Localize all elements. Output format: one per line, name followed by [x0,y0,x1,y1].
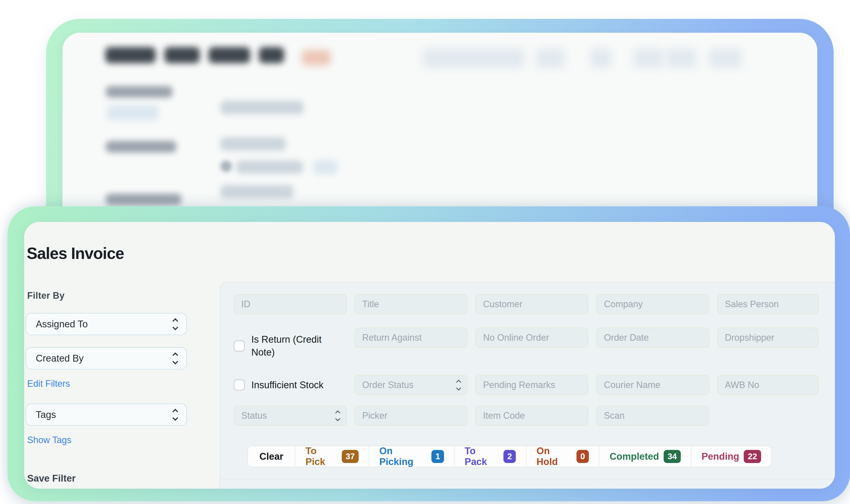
filter-row: Insufficient Stock Order Status [234,375,835,395]
to-pack-button[interactable]: To Pack 2 [454,446,526,467]
blurred-toolbar-button [666,48,696,68]
picker-input[interactable] [354,406,467,426]
blurred-toolbar-group [422,48,525,68]
blurred-toolbar-button [536,48,565,68]
chevron-up-down-icon [173,353,177,364]
sales-invoice-card: Sales Invoice Filter By Assigned To Crea… [24,222,835,489]
blurred-title-text [105,47,156,63]
scan-input[interactable] [596,406,709,426]
courier-name-input[interactable] [596,375,709,395]
chevron-up-down-icon [173,319,177,329]
pending-label: Pending [701,451,739,462]
completed-button[interactable]: Completed 34 [599,446,691,467]
show-tags-link[interactable]: Show Tags [27,435,71,445]
filters-panel: Is Return (Credit Note) Insufficient Sto… [220,282,835,489]
pending-remarks-input[interactable] [475,375,588,395]
is-return-checkbox[interactable] [234,340,245,352]
created-by-select[interactable]: Created By [26,347,187,370]
no-online-order-input[interactable] [475,328,588,348]
on-hold-button[interactable]: On Hold 0 [526,446,599,467]
assigned-to-select-value: Assigned To [36,319,88,330]
title-input[interactable] [354,294,467,314]
insufficient-stock-checkbox-field: Insufficient Stock [234,375,347,395]
blurred-field-value [220,137,286,151]
panel-divider [220,479,835,479]
blurred-field-label [106,86,173,97]
to-pack-label: To Pack [465,446,499,467]
chevron-up-down-icon [173,410,177,420]
to-pick-count-badge: 37 [342,450,359,463]
on-picking-button[interactable]: On Picking 1 [369,446,454,467]
to-pick-button[interactable]: To Pick 37 [295,446,369,467]
order-status-select-value: Order Status [362,380,414,390]
blurred-status-badge [302,50,331,66]
blurred-toolbar-button [590,48,611,68]
insufficient-stock-checkbox[interactable] [234,379,245,391]
created-by-select-value: Created By [36,353,84,364]
return-against-input[interactable] [354,328,467,348]
item-code-input[interactable] [475,406,588,426]
blurred-icon [220,161,232,172]
dropshipper-input[interactable] [717,328,818,348]
blurred-field-value [220,101,303,114]
on-hold-count-badge: 0 [576,450,589,463]
filter-by-label: Filter By [27,290,65,301]
clear-button[interactable]: Clear [248,446,295,467]
status-filter-bar: Clear To Pick 37 On Picking 1 To Pack [247,446,772,467]
pending-button[interactable]: Pending 22 [691,446,771,467]
awb-no-input[interactable] [717,375,818,395]
on-picking-count-badge: 1 [431,450,444,463]
pending-count-badge: 22 [744,450,761,463]
blurred-title-text [209,47,250,63]
blurred-title-text [259,47,284,63]
blurred-field-value [236,161,303,174]
insufficient-stock-checkbox-label: Insufficient Stock [251,379,324,391]
status-select-value: Status [241,410,267,421]
filter-row: Status [234,406,835,426]
blurred-title-text [164,47,200,63]
completed-count-badge: 34 [664,450,681,463]
to-pick-label: To Pick [306,446,337,467]
blurred-toolbar-button [709,48,742,68]
blurred-field-value [107,105,159,120]
order-date-input[interactable] [596,328,709,348]
chevron-up-down-icon [336,411,340,420]
page-title: Sales Invoice [27,244,124,263]
blurred-field-label [106,141,176,152]
blurred-field-value [220,185,293,199]
screen: Sales Invoice Filter By Assigned To Crea… [0,0,850,504]
blurred-field-label [106,194,181,205]
id-input[interactable] [234,294,347,314]
status-select[interactable]: Status [234,406,347,426]
on-picking-label: On Picking [379,446,427,467]
tags-select-value: Tags [36,409,56,420]
filter-row [234,294,835,314]
tags-select[interactable]: Tags [26,403,187,426]
blurred-tag [314,160,337,174]
blurred-toolbar-button [634,48,664,68]
company-input[interactable] [596,294,709,314]
is-return-checkbox-field: Is Return (Credit Note) [234,328,347,364]
filter-row: Is Return (Credit Note) [234,328,835,364]
on-hold-label: On Hold [536,446,572,467]
assigned-to-select[interactable]: Assigned To [26,313,187,335]
edit-filters-link[interactable]: Edit Filters [27,378,70,389]
clear-button-label: Clear [259,451,283,462]
to-pack-count-badge: 2 [503,450,516,463]
save-filter-label: Save Filter [27,473,75,484]
chevron-up-down-icon [457,380,461,390]
sales-person-input[interactable] [717,294,818,314]
sales-invoice-card-gradient-frame: Sales Invoice Filter By Assigned To Crea… [7,206,850,501]
order-status-select[interactable]: Order Status [354,375,467,395]
completed-label: Completed [609,451,659,462]
is-return-checkbox-label: Is Return (Credit Note) [251,333,330,358]
customer-input[interactable] [475,294,588,314]
